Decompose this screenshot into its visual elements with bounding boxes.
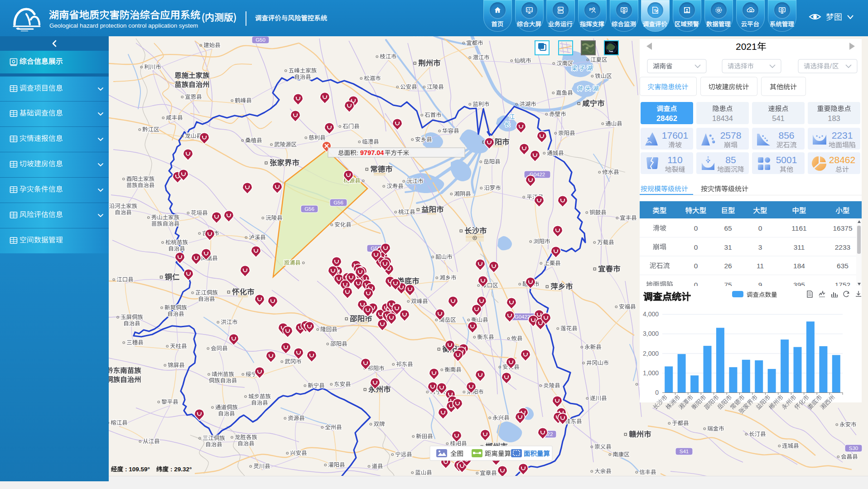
svg-text:1,000: 1,000 xyxy=(643,369,659,377)
svg-text:541: 541 xyxy=(772,114,785,122)
svg-text:0: 0 xyxy=(694,224,698,232)
svg-text:: 29.32°: : 29.32° xyxy=(170,466,192,473)
svg-text:856: 856 xyxy=(778,130,794,140)
svg-text:16375: 16375 xyxy=(833,224,852,232)
svg-text:S41: S41 xyxy=(680,449,689,454)
svg-text:2578: 2578 xyxy=(720,130,742,140)
svg-text:85: 85 xyxy=(725,155,736,165)
svg-text:2233: 2233 xyxy=(835,243,850,251)
svg-text:P: P xyxy=(589,7,592,12)
svg-text:2021: 2021 xyxy=(736,41,757,52)
svg-text:31: 31 xyxy=(724,243,732,251)
svg-text:0: 0 xyxy=(655,389,659,396)
svg-text:G56: G56 xyxy=(333,200,343,205)
svg-text:28462: 28462 xyxy=(656,114,677,122)
svg-text:18434: 18434 xyxy=(712,114,733,122)
svg-text:184: 184 xyxy=(793,262,805,270)
svg-text:G56: G56 xyxy=(304,206,314,212)
svg-text:S30: S30 xyxy=(849,445,858,451)
svg-text:G50: G50 xyxy=(256,37,265,43)
svg-text:9797.04: 9797.04 xyxy=(360,149,384,156)
svg-text:110: 110 xyxy=(667,155,682,165)
svg-text:G0422: G0422 xyxy=(515,314,530,320)
svg-text:1161: 1161 xyxy=(791,224,806,232)
svg-text:5001: 5001 xyxy=(776,155,797,165)
svg-text:11: 11 xyxy=(757,262,764,270)
svg-text:2231: 2231 xyxy=(832,130,853,140)
svg-text:0: 0 xyxy=(758,224,762,232)
svg-text:: 109.59°: : 109.59° xyxy=(125,466,150,473)
svg-text:3: 3 xyxy=(758,243,762,251)
svg-text:65: 65 xyxy=(724,224,732,232)
svg-text::: : xyxy=(357,150,358,156)
svg-text:4,000: 4,000 xyxy=(643,310,659,318)
svg-text:183: 183 xyxy=(828,114,840,122)
svg-text:28462: 28462 xyxy=(829,155,855,165)
svg-text:0: 0 xyxy=(694,243,698,251)
svg-text:17601: 17601 xyxy=(662,130,688,140)
svg-text:311: 311 xyxy=(794,243,805,251)
svg-text:3,000: 3,000 xyxy=(643,330,659,337)
svg-text:2,000: 2,000 xyxy=(643,350,659,357)
svg-text:26: 26 xyxy=(724,262,732,270)
svg-text:Geological hazard protection c: Geological hazard protection control app… xyxy=(49,22,198,29)
svg-text:635: 635 xyxy=(837,262,849,270)
svg-text:0: 0 xyxy=(694,262,698,270)
